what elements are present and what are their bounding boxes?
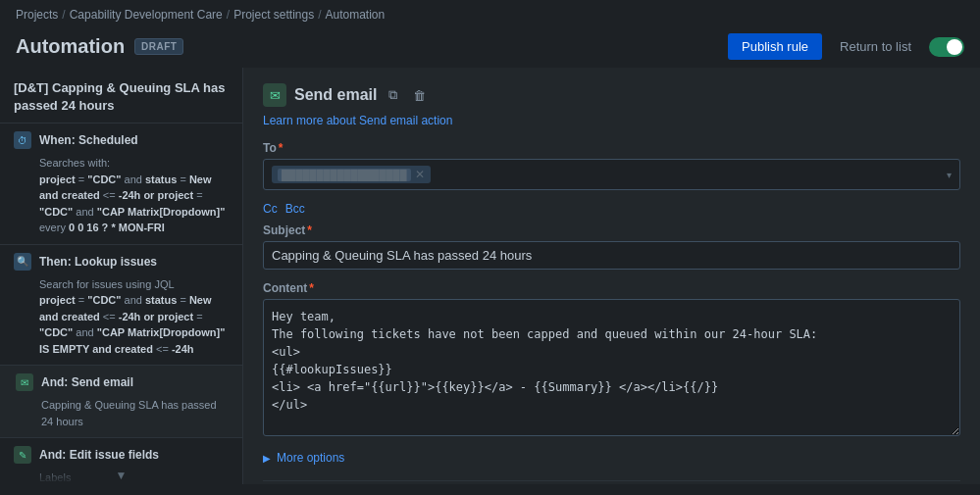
breadcrumb-sep-1: / <box>62 8 65 22</box>
more-options-row[interactable]: ▶ More options <box>263 451 960 465</box>
to-tag-value: ██████████████████ <box>278 169 411 181</box>
cc-link[interactable]: Cc <box>263 202 278 216</box>
send-email-header: ✉ Send email ⧉ 🗑 <box>263 83 960 107</box>
breadcrumb-capability[interactable]: Capability Development Care <box>70 8 223 22</box>
section-header-edit: ✎ And: Edit issue fields <box>14 446 229 464</box>
lookup-icon: 🔍 <box>14 253 31 271</box>
toggle-track[interactable] <box>929 37 964 57</box>
breadcrumb-sep-2: / <box>227 8 230 22</box>
rule-toggle[interactable] <box>929 37 964 57</box>
page-title-area: Automation DRAFT <box>16 35 183 58</box>
subject-row: Subject * <box>263 223 960 270</box>
more-options-label: More options <box>277 451 344 465</box>
to-label: To * <box>263 141 960 155</box>
more-options-chevron-icon: ▶ <box>263 453 271 464</box>
return-to-list-button[interactable]: Return to list <box>830 33 921 60</box>
automation-title-block: [D&T] Capping & Queuing SLA has passed 2… <box>0 68 242 124</box>
toggle-thumb <box>947 39 962 55</box>
send-email-title: Send email <box>294 86 377 104</box>
to-tag-remove[interactable]: ✕ <box>415 168 425 181</box>
delete-button[interactable]: 🗑 <box>409 86 430 105</box>
subject-input[interactable] <box>263 241 960 270</box>
lookup-label: Then: Lookup issues <box>39 255 157 269</box>
scheduled-icon: ⏱ <box>14 131 31 149</box>
section-lookup-issues[interactable]: 🔍 Then: Lookup issues Search for issues … <box>0 245 242 367</box>
subject-required: * <box>307 223 312 237</box>
left-panel: [D&T] Capping & Queuing SLA has passed 2… <box>0 68 243 484</box>
send-email-header-icon: ✉ <box>263 83 286 107</box>
content-required: * <box>309 281 314 295</box>
scheduled-content: Searches with: project = "CDC" and statu… <box>39 155 229 236</box>
cc-bcc-links: Cc Bcc <box>263 202 960 216</box>
breadcrumb-automation[interactable]: Automation <box>326 8 386 22</box>
scroll-indicator: ▼ <box>0 465 242 484</box>
edit-label: And: Edit issue fields <box>39 448 159 462</box>
bcc-link[interactable]: Bcc <box>285 202 305 216</box>
to-field-container[interactable]: ██████████████████ ✕ ▾ <box>263 159 960 190</box>
lookup-content: Search for issues using JQL project = "C… <box>39 276 229 358</box>
right-panel: ✉ Send email ⧉ 🗑 Learn more about Send e… <box>243 68 980 484</box>
scheduled-label: When: Scheduled <box>39 133 138 147</box>
breadcrumb-project-settings[interactable]: Project settings <box>233 8 314 22</box>
to-field-row: To * ██████████████████ ✕ ▾ <box>263 141 960 190</box>
section-when-scheduled[interactable]: ⏱ When: Scheduled Searches with: project… <box>0 124 242 245</box>
breadcrumb-projects[interactable]: Projects <box>16 8 58 22</box>
automation-rule-title: [D&T] Capping & Queuing SLA has passed 2… <box>14 79 229 115</box>
content-textarea[interactable]: Hey team, The following tickets have not… <box>263 299 960 436</box>
page-title: Automation <box>16 35 125 58</box>
form-footer: Cancel Save <box>263 480 960 484</box>
breadcrumb: Projects / Capability Development Care /… <box>0 0 980 29</box>
section-header-scheduled: ⏱ When: Scheduled <box>14 131 229 149</box>
page-header: Automation DRAFT Publish rule Return to … <box>0 29 980 68</box>
email-section-content: Capping & Queuing SLA has passed 24 hour… <box>41 397 229 429</box>
to-tag: ██████████████████ ✕ <box>272 166 431 183</box>
section-send-email[interactable]: ✉ And: Send email Capping & Queuing SLA … <box>0 366 242 438</box>
subject-label: Subject * <box>263 223 960 237</box>
email-section-icon: ✉ <box>16 373 33 391</box>
publish-rule-button[interactable]: Publish rule <box>728 33 822 60</box>
section-header-email: ✉ And: Send email <box>16 373 229 391</box>
scroll-arrow-icon: ▼ <box>116 469 128 482</box>
content-label: Content * <box>263 281 960 295</box>
to-dropdown-arrow-icon[interactable]: ▾ <box>947 170 952 180</box>
section-header-lookup: 🔍 Then: Lookup issues <box>14 253 229 271</box>
content-row: Content * Hey team, The following ticket… <box>263 281 960 439</box>
main-layout: [D&T] Capping & Queuing SLA has passed 2… <box>0 68 980 484</box>
to-required: * <box>279 141 284 155</box>
breadcrumb-sep-3: / <box>318 8 321 22</box>
learn-more-link[interactable]: Learn more about Send email action <box>263 114 452 127</box>
edit-icon: ✎ <box>14 446 31 464</box>
draft-badge: DRAFT <box>134 38 183 55</box>
email-label: And: Send email <box>41 375 133 389</box>
copy-button[interactable]: ⧉ <box>385 85 401 105</box>
header-actions: Publish rule Return to list <box>728 33 964 60</box>
